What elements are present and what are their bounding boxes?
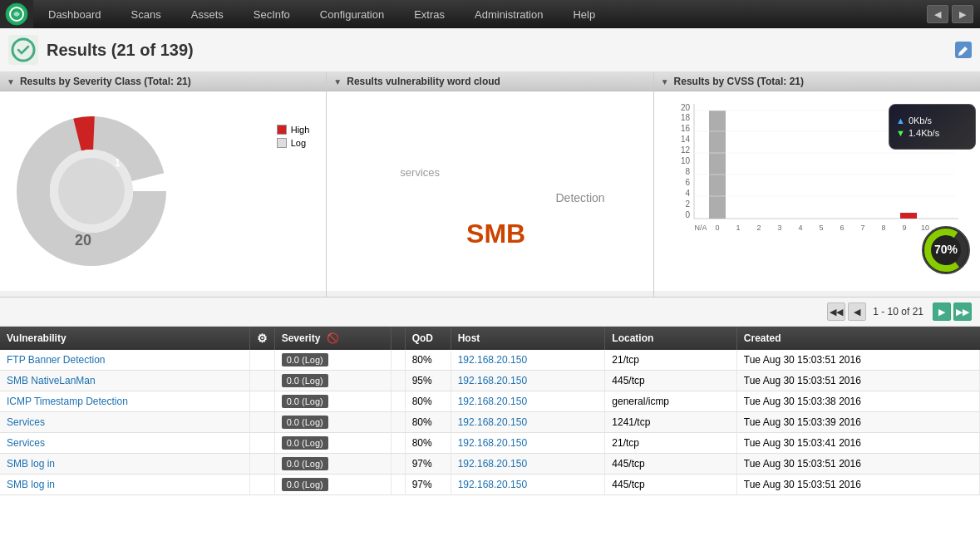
first-page-btn[interactable]: ◀◀ bbox=[827, 303, 845, 321]
nav-dashboard[interactable]: Dashboard bbox=[33, 0, 116, 28]
svg-text:2: 2 bbox=[756, 224, 761, 232]
cell-vulnerability: FTP Banner Detection bbox=[0, 350, 249, 371]
host-link[interactable]: 192.168.20.150 bbox=[458, 479, 527, 490]
cell-host: 192.168.20.150 bbox=[451, 433, 605, 454]
last-page-btn[interactable]: ▶▶ bbox=[953, 303, 972, 321]
severity-chart-header[interactable]: ▼ Results by Severity Class (Total: 21) bbox=[0, 72, 326, 91]
vulnerability-link[interactable]: Services bbox=[7, 437, 45, 449]
cell-sep bbox=[391, 433, 405, 454]
col-location[interactable]: Location bbox=[605, 327, 736, 350]
page-icon bbox=[8, 35, 38, 65]
svg-text:N/A: N/A bbox=[694, 224, 707, 232]
cell-severity: 0.0 (Log) bbox=[274, 433, 391, 454]
cvss-chart-header[interactable]: ▼ Results by CVSS (Total: 21) bbox=[654, 72, 980, 91]
cell-sep bbox=[391, 391, 405, 412]
svg-text:2: 2 bbox=[685, 199, 690, 209]
svg-text:4: 4 bbox=[685, 189, 690, 198]
table-row: ICMP Timestamp Detection 0.0 (Log) 80% 1… bbox=[0, 391, 980, 412]
wordcloud-header[interactable]: ▼ Results vulnerability word cloud bbox=[327, 72, 653, 91]
cell-qod: 97% bbox=[405, 454, 451, 475]
cell-location: 21/tcp bbox=[605, 350, 736, 371]
severity-legend: High Log bbox=[277, 125, 310, 151]
host-link[interactable]: 192.168.20.150 bbox=[458, 437, 527, 449]
legend-log-label: Log bbox=[291, 138, 306, 148]
col-actions[interactable]: ⚙ bbox=[249, 327, 274, 350]
svg-text:16: 16 bbox=[681, 124, 691, 133]
cell-location: 445/tcp bbox=[605, 475, 736, 495]
prev-page-btn[interactable]: ◀ bbox=[848, 303, 866, 321]
vulnerability-link[interactable]: SMB NativeLanMan bbox=[7, 375, 96, 386]
col-created[interactable]: Created bbox=[736, 327, 979, 350]
host-link[interactable]: 192.168.20.150 bbox=[458, 354, 527, 366]
svg-text:6: 6 bbox=[840, 224, 844, 232]
severity-filter-icon[interactable]: 🚫 bbox=[327, 332, 339, 344]
edit-icon[interactable] bbox=[955, 42, 972, 58]
cell-host: 192.168.20.150 bbox=[451, 412, 605, 433]
cell-vulnerability: SMB log in bbox=[0, 454, 249, 475]
svg-text:0: 0 bbox=[715, 224, 719, 232]
col-qod[interactable]: QoD bbox=[405, 327, 451, 350]
cell-created: Tue Aug 30 15:03:51 2016 bbox=[736, 454, 979, 475]
severity-badge: 0.0 (Log) bbox=[282, 374, 328, 387]
results-table: Vulnerability ⚙ Severity 🚫 QoD Host Loca… bbox=[0, 327, 980, 495]
nav-administration[interactable]: Administration bbox=[460, 0, 558, 28]
svg-text:18: 18 bbox=[681, 113, 691, 122]
cvss-collapse-arrow[interactable]: ▼ bbox=[661, 77, 669, 86]
col-severity[interactable]: Severity 🚫 bbox=[274, 327, 391, 350]
next-page-btn[interactable]: ▶ bbox=[933, 303, 951, 321]
nav-actions: ◀ ▶ bbox=[927, 5, 980, 23]
nav-prev-btn[interactable]: ◀ bbox=[927, 5, 948, 23]
charts-row: ▼ Results by Severity Class (Total: 21) … bbox=[0, 72, 980, 298]
col-vulnerability[interactable]: Vulnerability bbox=[0, 327, 249, 350]
svg-text:20: 20 bbox=[681, 103, 691, 112]
legend-high: High bbox=[277, 125, 310, 135]
vulnerability-link[interactable]: Services bbox=[7, 416, 45, 428]
svg-text:70%: 70% bbox=[934, 243, 958, 256]
nav-scans[interactable]: Scans bbox=[116, 0, 176, 28]
table-row: FTP Banner Detection 0.0 (Log) 80% 192.1… bbox=[0, 350, 980, 371]
col-host[interactable]: Host bbox=[451, 327, 605, 350]
nav-assets[interactable]: Assets bbox=[176, 0, 239, 28]
cell-location: 445/tcp bbox=[605, 454, 736, 475]
nav-secinfo[interactable]: SecInfo bbox=[239, 0, 305, 28]
severity-donut-svg: 20 1 bbox=[17, 116, 166, 266]
vulnerability-link[interactable]: SMB log in bbox=[7, 479, 55, 490]
cvss-bar-9 bbox=[900, 213, 917, 219]
vulnerability-link[interactable]: FTP Banner Detection bbox=[7, 354, 106, 366]
legend-high-color bbox=[277, 125, 287, 135]
page-header: Results (21 of 139) bbox=[0, 28, 980, 72]
vulnerability-link[interactable]: ICMP Timestamp Detection bbox=[7, 396, 128, 407]
cell-severity: 0.0 (Log) bbox=[274, 350, 391, 371]
cell-host: 192.168.20.150 bbox=[451, 371, 605, 391]
nav-next-btn[interactable]: ▶ bbox=[952, 5, 973, 23]
wordcloud-collapse-arrow[interactable]: ▼ bbox=[333, 77, 342, 86]
speed-up-value: 0Kb/s bbox=[909, 116, 932, 125]
table-row: Services 0.0 (Log) 80% 192.168.20.150 21… bbox=[0, 433, 980, 454]
svg-text:14: 14 bbox=[681, 135, 691, 144]
legend-log-color bbox=[277, 138, 287, 148]
cell-vulnerability: SMB log in bbox=[0, 475, 249, 495]
svg-text:12: 12 bbox=[681, 145, 691, 155]
nav-extras[interactable]: Extras bbox=[399, 0, 460, 28]
word-cloud: services Detection SMB bbox=[333, 100, 646, 283]
cell-created: Tue Aug 30 15:03:51 2016 bbox=[736, 350, 979, 371]
vulnerability-link[interactable]: SMB log in bbox=[7, 458, 55, 470]
cell-host: 192.168.20.150 bbox=[451, 391, 605, 412]
speed-up-row: ▲ 0Kb/s bbox=[896, 116, 932, 125]
nav-help[interactable]: Help bbox=[558, 0, 610, 28]
app-logo bbox=[0, 0, 33, 28]
host-link[interactable]: 192.168.20.150 bbox=[458, 458, 527, 470]
speed-down-row: ▼ 1.4Kb/s bbox=[896, 128, 939, 138]
severity-badge: 0.0 (Log) bbox=[282, 416, 328, 429]
cell-sep bbox=[391, 454, 405, 475]
svg-text:1: 1 bbox=[115, 157, 121, 169]
severity-collapse-arrow[interactable]: ▼ bbox=[7, 77, 15, 86]
table-body: FTP Banner Detection 0.0 (Log) 80% 192.1… bbox=[0, 350, 980, 495]
cell-severity: 0.0 (Log) bbox=[274, 371, 391, 391]
nav-configuration[interactable]: Configuration bbox=[305, 0, 399, 28]
col-sep bbox=[391, 327, 405, 350]
host-link[interactable]: 192.168.20.150 bbox=[458, 416, 527, 428]
host-link[interactable]: 192.168.20.150 bbox=[458, 396, 527, 407]
table-row: SMB log in 0.0 (Log) 97% 192.168.20.150 … bbox=[0, 475, 980, 495]
host-link[interactable]: 192.168.20.150 bbox=[458, 375, 527, 386]
